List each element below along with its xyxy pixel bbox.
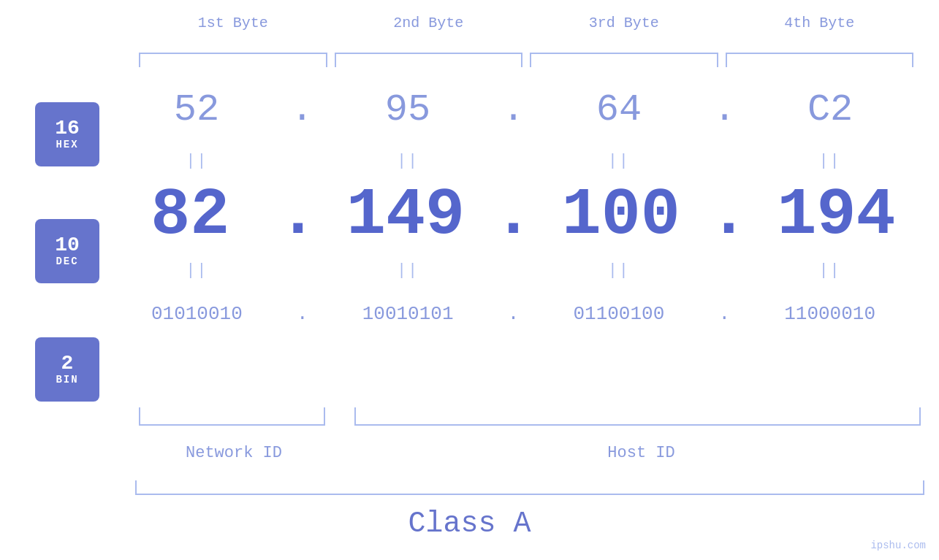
hex-base-label: HEX xyxy=(56,139,78,150)
top-brackets xyxy=(135,53,917,67)
bracket-top-2 xyxy=(335,53,523,67)
eq-8: || xyxy=(735,261,924,280)
dec-byte-4: 194 xyxy=(748,178,924,253)
dec-base-num: 10 xyxy=(55,235,80,256)
eq-2: || xyxy=(313,152,503,170)
watermark: ipshu.com xyxy=(870,540,926,551)
network-bracket xyxy=(139,407,325,426)
bracket-top-4 xyxy=(726,53,914,67)
eq-1: || xyxy=(102,152,292,170)
dec-byte-3: 100 xyxy=(533,178,710,253)
dot-dec-2: . xyxy=(493,178,533,253)
bin-byte-1: 01010010 xyxy=(102,303,292,325)
network-id-label: Network ID xyxy=(135,444,332,462)
dec-byte-1: 82 xyxy=(102,178,278,253)
rows-area: 52 . 95 . 64 . C2 || || || || 82 . 149 .… xyxy=(102,73,924,343)
dot-2: . xyxy=(502,88,525,131)
dot-3: . xyxy=(713,88,736,131)
eq-5: || xyxy=(102,261,292,280)
dot-bin-3: . xyxy=(713,303,735,325)
bin-base-num: 2 xyxy=(61,353,74,374)
dot-dec-3: . xyxy=(709,178,748,253)
host-id-label: Host ID xyxy=(358,444,924,462)
dot-1: . xyxy=(291,88,313,131)
bin-byte-3: 01100100 xyxy=(525,303,714,325)
col-header-1: 1st Byte xyxy=(135,15,331,31)
main-container: 16 HEX 10 DEC 2 BIN 1st Byte 2nd Byte 3r… xyxy=(0,0,939,560)
full-bottom-bracket xyxy=(135,480,924,495)
col-header-2: 2nd Byte xyxy=(331,15,527,31)
hex-badge: 16 HEX xyxy=(35,102,99,166)
dot-bin-2: . xyxy=(503,303,525,325)
bin-byte-4: 11000010 xyxy=(735,303,924,325)
host-bracket xyxy=(354,407,921,426)
bottom-brackets xyxy=(135,407,924,429)
eq-row-2: || || || || xyxy=(102,256,924,285)
bracket-top-1 xyxy=(139,53,327,67)
dec-byte-2: 149 xyxy=(318,178,494,253)
hex-byte-4: C2 xyxy=(736,88,924,131)
class-label: Class A xyxy=(0,507,939,540)
dec-badge: 10 DEC xyxy=(35,219,99,283)
bin-row: 01010010 . 10010101 . 01100100 . 1100001… xyxy=(102,285,924,343)
column-headers: 1st Byte 2nd Byte 3rd Byte 4th Byte xyxy=(135,15,917,31)
col-header-4: 4th Byte xyxy=(722,15,918,31)
bin-base-label: BIN xyxy=(56,374,78,386)
hex-byte-1: 52 xyxy=(102,88,291,131)
eq-4: || xyxy=(735,152,924,170)
hex-base-num: 16 xyxy=(55,118,80,139)
dec-row: 82 . 149 . 100 . 194 xyxy=(102,175,924,256)
bin-badge: 2 BIN xyxy=(35,337,99,402)
eq-6: || xyxy=(313,261,503,280)
hex-byte-3: 64 xyxy=(525,88,713,131)
eq-row-1: || || || || xyxy=(102,146,924,175)
bracket-top-3 xyxy=(530,53,718,67)
col-header-3: 3rd Byte xyxy=(526,15,722,31)
dec-base-label: DEC xyxy=(56,256,78,267)
dot-dec-1: . xyxy=(278,178,318,253)
dot-bin-1: . xyxy=(292,303,313,325)
hex-row: 52 . 95 . 64 . C2 xyxy=(102,73,924,146)
eq-7: || xyxy=(525,261,714,280)
hex-byte-2: 95 xyxy=(313,88,502,131)
eq-3: || xyxy=(525,152,714,170)
bin-byte-2: 10010101 xyxy=(313,303,503,325)
